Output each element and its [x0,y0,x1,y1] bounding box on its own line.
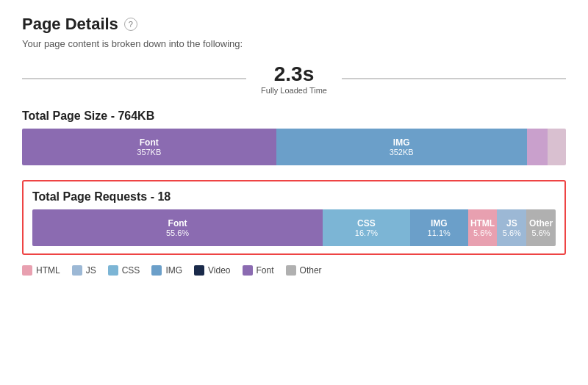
bar-segment: JS5.6% [497,209,526,246]
legend-color-swatch [243,265,253,276]
legend-color-swatch [108,265,118,276]
bar-segment: CSS16.7% [323,209,410,246]
legend-item: HTML [22,265,60,276]
legend-color-swatch [151,265,162,276]
legend-item: Other [286,265,322,276]
legend-color-swatch [72,265,82,276]
legend-label: JS [86,265,96,276]
legend-item: Font [243,265,274,276]
bar-segment: HTML5.6% [468,209,498,246]
bar-segment: Font357KB [22,129,276,165]
bar-segment: IMG11.1% [410,209,468,246]
fully-loaded-box: 2.3s Fully Loaded Time [246,62,342,95]
bar-segment [548,129,566,165]
legend-color-swatch [286,265,296,276]
legend-color-swatch [22,265,32,276]
fully-loaded-time: 2.3s [261,62,327,86]
legend-label: CSS [122,265,140,276]
legend: HTMLJSCSSIMGVideoFontOther [22,265,566,276]
legend-label: IMG [165,265,182,276]
legend-label: Font [257,265,274,276]
page-requests-bar: Font55.6%CSS16.7%IMG11.1%HTML5.6%JS5.6%O… [32,209,556,246]
page-size-title: Total Page Size - 764KB [22,109,566,123]
fully-loaded-label: Fully Loaded Time [261,86,327,95]
legend-label: Other [300,265,322,276]
requests-section: Total Page Requests - 18 Font55.6%CSS16.… [22,180,566,255]
bar-segment [527,129,548,165]
bar-segment: Other5.6% [526,209,556,246]
bar-segment: IMG352KB [276,129,527,165]
legend-item: Video [194,265,230,276]
bar-segment: Font55.6% [32,209,323,246]
page-title-row: Page Details ? [22,15,566,34]
page-title: Page Details [22,15,118,34]
fully-loaded-section: 2.3s Fully Loaded Time [22,62,566,95]
legend-color-swatch [194,265,204,276]
page-subtitle: Your page content is broken down into th… [22,38,566,49]
legend-label: HTML [36,265,60,276]
page-size-bar: Font357KBIMG352KB [22,129,566,165]
help-icon[interactable]: ? [124,18,137,31]
page-requests-title: Total Page Requests - 18 [32,190,556,204]
legend-item: CSS [108,265,140,276]
legend-label: Video [208,265,230,276]
legend-item: IMG [151,265,182,276]
legend-item: JS [72,265,96,276]
